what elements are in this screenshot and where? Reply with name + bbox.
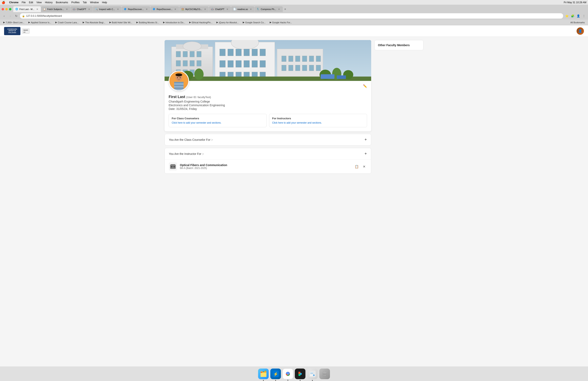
- tab-8-close[interactable]: ✕: [226, 8, 229, 11]
- tab-7-close[interactable]: ✕: [203, 8, 207, 11]
- chrome-icon: [285, 371, 291, 376]
- bookmark-2[interactable]: ▶ Applied Science Is...: [27, 21, 53, 24]
- svg-rect-84: [310, 372, 313, 374]
- tab-2[interactable]: 📋 Fetch Subjects... ✕: [41, 6, 70, 12]
- url-bar[interactable]: 🔒 127.0.0.1:5000/facultydashboard: [20, 13, 563, 19]
- tab-6-close[interactable]: ✕: [174, 8, 177, 11]
- extensions-icon[interactable]: 🧩: [570, 14, 575, 18]
- counselor-section-toggle[interactable]: +: [364, 137, 367, 142]
- tab-6[interactable]: 🔷 RepoDiscover... ✕: [150, 6, 179, 12]
- svg-rect-7: [197, 51, 201, 57]
- minimize-window-button[interactable]: [5, 8, 8, 10]
- forward-button[interactable]: ›: [8, 14, 13, 18]
- tab-5[interactable]: 🔷 RepoDiscover... ✕: [122, 6, 150, 12]
- course-svg-icon: [170, 163, 176, 170]
- counselor-section-header[interactable]: You Are the Class Counselor For :- +: [165, 134, 371, 145]
- bookmark-4[interactable]: ▶ The Absolute Begi...: [81, 21, 107, 24]
- tab-9[interactable]: 📄 readme.so ✕: [231, 6, 254, 12]
- tab-4[interactable]: 🔍 Inspect with C... ✕: [93, 6, 122, 12]
- bookmark-11[interactable]: ▶ Google Hacks For...: [268, 21, 294, 24]
- menu-edit[interactable]: Edit: [29, 1, 33, 4]
- more-options-icon[interactable]: ⋮: [582, 14, 586, 18]
- dock-trash[interactable]: [319, 369, 330, 376]
- svg-point-59: [175, 73, 182, 76]
- tab-3-close[interactable]: ✕: [87, 8, 91, 11]
- bookmark-8[interactable]: ▶ Ethical Hacking/Pe...: [188, 21, 214, 24]
- dock-preview[interactable]: +: [307, 369, 318, 376]
- menu-view[interactable]: View: [36, 1, 42, 4]
- tab-10-close[interactable]: ✕: [277, 8, 281, 11]
- svg-rect-20: [236, 49, 242, 56]
- bookmark-11-icon: ▶: [270, 21, 271, 24]
- tab-7-favicon: 🏫: [181, 8, 184, 11]
- logo-text: CHANDIGARH GROUP OF COLLEGES: [7, 28, 17, 34]
- apple-menu[interactable]: 🍎: [2, 1, 5, 4]
- new-tab-button[interactable]: +: [283, 7, 287, 11]
- reload-button[interactable]: ↻: [14, 14, 19, 18]
- bookmark-9[interactable]: ▶ jQuery for Absolut...: [215, 21, 240, 24]
- tab-9-close[interactable]: ✕: [249, 8, 252, 11]
- app-name[interactable]: Chrome: [9, 1, 18, 4]
- svg-rect-42: [316, 56, 320, 62]
- back-button[interactable]: ‹: [2, 14, 6, 18]
- mac-menubar: 🍎 Chrome File Edit View History Bookmark…: [0, 0, 588, 5]
- counselor-card-link[interactable]: Click here to add your semester and sect…: [172, 121, 221, 124]
- menu-history[interactable]: History: [45, 1, 52, 4]
- course-copy-button-1[interactable]: 📋: [354, 164, 359, 169]
- other-faculty-title: Other Faculty Members: [378, 44, 420, 47]
- tab-2-close[interactable]: ✕: [65, 8, 68, 11]
- close-window-button[interactable]: [2, 8, 4, 10]
- dock-finder[interactable]: 🗂️: [258, 369, 269, 376]
- svg-rect-40: [302, 56, 307, 62]
- bookmark-7[interactable]: ▶ Introduction to Do...: [162, 21, 187, 24]
- tab-1-close[interactable]: ✕: [36, 8, 39, 11]
- bookmark-6[interactable]: ▶ Building Movies Si...: [135, 21, 161, 24]
- course-remove-button-1[interactable]: ✕: [361, 164, 367, 169]
- user-avatar-header[interactable]: 👤: [577, 27, 584, 35]
- menu-file[interactable]: File: [22, 1, 25, 4]
- edit-profile-button[interactable]: ✏️: [363, 84, 367, 88]
- menu-window[interactable]: Window: [90, 1, 99, 4]
- tab-4-close[interactable]: ✕: [116, 8, 119, 11]
- profile-avatar-icon[interactable]: 👤: [576, 14, 581, 18]
- tab-10-favicon: 🗜️: [257, 8, 259, 11]
- bookmark-3-icon: ▶: [55, 21, 57, 24]
- bookmark-5[interactable]: ▶ Build Hotel Site Wi...: [108, 21, 134, 24]
- svg-rect-41: [309, 56, 314, 62]
- dock-figma[interactable]: [295, 369, 305, 376]
- menu-tab[interactable]: Tab: [83, 1, 87, 4]
- instructor-card-link[interactable]: Click here to add your semester and sect…: [272, 121, 322, 124]
- browser-chrome: 🌐 First Last - M... ✕ 📋 Fetch Subjects..…: [0, 5, 588, 25]
- instructor-card-title: For Instructors: [272, 117, 364, 120]
- instructor-section-title: You Are the Instructor For :-: [169, 152, 204, 156]
- tab-3[interactable]: 🤖 ChatGPT ✕: [71, 6, 93, 12]
- figma-icon: [297, 371, 303, 376]
- bookmark-1[interactable]: ▶ 7,000+ Best Live...: [2, 21, 26, 24]
- menu-help[interactable]: Help: [102, 1, 107, 4]
- tab-2-title: Fetch Subjects...: [47, 8, 64, 10]
- instructor-section-toggle[interactable]: +: [364, 151, 367, 156]
- counselor-action-card: For Class Counselors Click here to add y…: [169, 114, 267, 127]
- all-bookmarks[interactable]: All Bookmarks: [569, 21, 586, 24]
- menu-profiles[interactable]: Profiles: [71, 1, 80, 4]
- svg-rect-29: [260, 61, 266, 67]
- tab-7[interactable]: 🏫 MyCGC/MyCG... ✕: [179, 6, 209, 12]
- instructor-section-header[interactable]: You Are the Instructor For :- +: [165, 148, 371, 159]
- svg-text:⚡: ⚡: [273, 372, 278, 376]
- bookmark-star-icon[interactable]: ⭐: [564, 14, 569, 18]
- svg-point-3: [183, 42, 201, 51]
- url-text[interactable]: 127.0.0.1:5000/facultydashboard: [26, 15, 62, 17]
- bookmark-7-label: Introduction to Do...: [166, 21, 185, 24]
- bookmark-10[interactable]: ▶ Google Search Co...: [241, 21, 267, 24]
- bookmark-3[interactable]: ▶ Crash Course Lara...: [54, 21, 80, 24]
- tab-1[interactable]: 🌐 First Last - M... ✕: [13, 6, 41, 12]
- bookmark-10-icon: ▶: [243, 21, 244, 24]
- main-content: ✏️ First Last (User ID: facultyTest) Cha…: [161, 37, 427, 177]
- dock-chrome[interactable]: [283, 369, 293, 376]
- tab-10[interactable]: 🗜️ Compress Ph... ✕: [255, 6, 283, 12]
- dock-vscode[interactable]: ⚡: [270, 369, 281, 376]
- tab-5-close[interactable]: ✕: [145, 8, 148, 11]
- maximize-window-button[interactable]: [9, 8, 11, 10]
- menu-bookmarks[interactable]: Bookmarks: [56, 1, 68, 4]
- tab-8[interactable]: 🤖 ChatGPT ✕: [209, 6, 231, 12]
